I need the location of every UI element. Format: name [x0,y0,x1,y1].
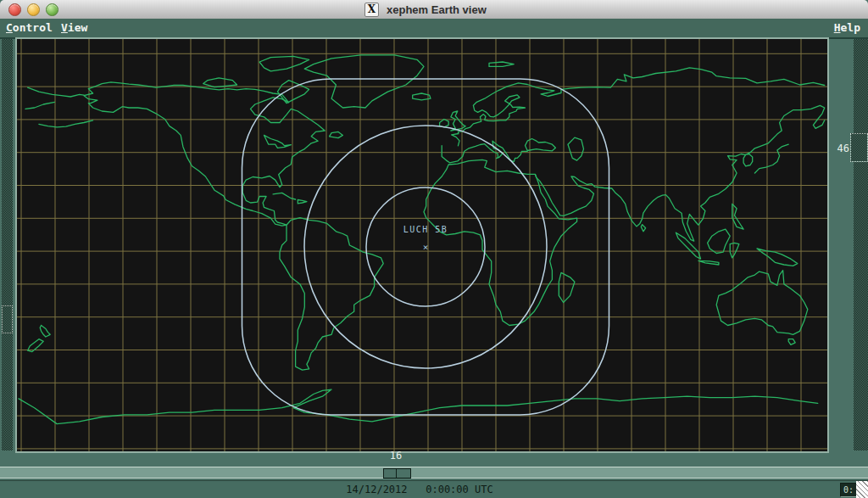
right-vertical-scale[interactable] [854,39,868,450]
menu-view[interactable]: View [61,21,87,34]
horizontal-scale-value: 16 [381,450,411,462]
window-title: xephem Earth view [387,3,487,16]
satellite-label: LUCH 5B [403,225,448,234]
close-button[interactable] [8,3,21,16]
horizontal-scale-thumb[interactable] [383,468,411,478]
left-vertical-scale-thumb[interactable] [2,305,13,333]
xephem-earth-view-window: X xephem Earth view Control View Help LU… [0,0,868,498]
menu-control[interactable]: Control [6,21,53,34]
datetime-utc-label: 14/12/2012 0:00:00 UTC [0,484,839,495]
menu-bar: Control View Help [0,19,868,39]
x11-app-icon: X [364,3,379,17]
window-resize-grip[interactable] [856,481,868,498]
zoom-button[interactable] [46,3,58,16]
right-vertical-scale-thumb[interactable] [850,133,868,162]
minimize-button[interactable] [27,3,40,16]
status-bar: 14/12/2012 0:00:00 UTC [0,480,868,498]
earth-map-svg[interactable]: LUCH 5B× [17,39,827,451]
vertical-scale-value: 46 [829,143,849,154]
movie-counter-readout: 0: [840,483,857,497]
earth-map[interactable]: LUCH 5B× [15,37,829,453]
title-bar[interactable]: X xephem Earth view [0,0,868,20]
left-vertical-scale[interactable] [2,39,13,450]
satellite-marker: × [423,242,429,253]
menu-help[interactable]: Help [834,21,860,34]
horizontal-scale[interactable] [0,467,868,478]
